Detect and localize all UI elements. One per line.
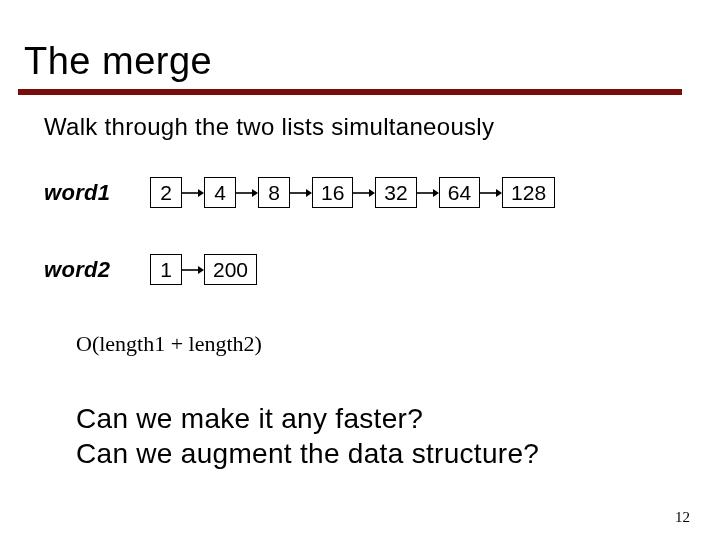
chain-word2: 1 200 [150,254,257,285]
slide: The merge Walk through the two lists sim… [0,0,720,540]
node: 64 [439,177,480,208]
node: 32 [375,177,416,208]
page-number: 12 [675,509,690,526]
row-word1: word1 2 4 8 16 32 64 128 [44,177,720,208]
node: 2 [150,177,182,208]
svg-marker-1 [198,189,204,197]
node: 4 [204,177,236,208]
complexity-text: O(length1 + length2) [76,331,720,357]
arrow-icon [182,192,204,194]
subtitle: Walk through the two lists simultaneousl… [44,113,720,141]
arrow-icon [480,192,502,194]
row-word2: word2 1 200 [44,254,720,285]
node: 16 [312,177,353,208]
node: 200 [204,254,257,285]
arrow-icon [353,192,375,194]
arrow-icon [417,192,439,194]
svg-marker-11 [496,189,502,197]
linked-lists: word1 2 4 8 16 32 64 128 word2 1 [44,177,720,285]
arrow-icon [182,269,204,271]
node: 8 [258,177,290,208]
svg-marker-3 [252,189,258,197]
question-line-2: Can we augment the data structure? [76,436,720,471]
svg-marker-13 [198,266,204,274]
node: 128 [502,177,555,208]
svg-marker-7 [369,189,375,197]
questions-block: Can we make it any faster? Can we augmen… [76,401,720,471]
svg-marker-5 [306,189,312,197]
question-line-1: Can we make it any faster? [76,401,720,436]
title-rule [18,89,682,95]
slide-title: The merge [24,40,720,83]
label-word2: word2 [44,257,150,283]
node: 1 [150,254,182,285]
chain-word1: 2 4 8 16 32 64 128 [150,177,555,208]
arrow-icon [236,192,258,194]
arrow-icon [290,192,312,194]
svg-marker-9 [433,189,439,197]
label-word1: word1 [44,180,150,206]
title-block: The merge [0,0,720,83]
